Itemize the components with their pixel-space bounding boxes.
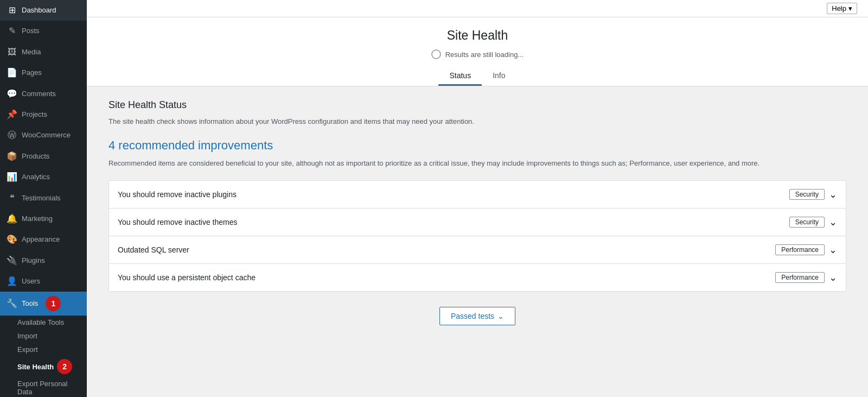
health-item-label-outdated-sql: Outdated SQL server — [118, 245, 189, 254]
loading-row: Results are still loading... — [87, 49, 868, 59]
health-item-chevron-outdated-sql[interactable]: ⌄ — [829, 244, 837, 256]
submenu-item-export[interactable]: Export — [0, 343, 87, 356]
health-item-tag-outdated-sql: Performance — [775, 244, 825, 255]
woocommerce-icon: Ⓦ — [7, 129, 17, 141]
plugins-icon: 🔌 — [7, 255, 17, 267]
sidebar-item-media[interactable]: 🖼Media — [0, 42, 87, 62]
sidebar-label-marketing: Marketing — [22, 214, 53, 224]
sidebar-label-plugins: Plugins — [22, 256, 45, 266]
sidebar-label-comments: Comments — [22, 89, 56, 99]
sidebar-item-analytics[interactable]: 📊Analytics — [0, 167, 87, 187]
testimonials-icon: ❝ — [7, 192, 17, 204]
health-item-inactive-themes[interactable]: You should remove inactive themesSecurit… — [109, 209, 846, 236]
passed-tests-label: Passed tests — [451, 312, 494, 320]
health-item-tag-persistent-cache: Performance — [775, 272, 825, 283]
sidebar-item-products[interactable]: 📦Products — [0, 146, 87, 167]
help-button[interactable]: Help ▾ — [827, 3, 857, 14]
products-icon: 📦 — [7, 150, 17, 162]
tools-badge: 1 — [46, 296, 61, 311]
sidebar-label-pages: Pages — [22, 68, 42, 78]
improvements-title: 4 recommended improvements — [108, 138, 846, 153]
health-item-right-persistent-cache: Performance⌄ — [775, 272, 837, 283]
tabs-row: StatusInfo — [87, 67, 868, 86]
sidebar-item-plugins[interactable]: 🔌Plugins — [0, 250, 87, 271]
health-item-chevron-inactive-themes[interactable]: ⌄ — [829, 216, 837, 228]
improvements-subtitle: Recommended items are considered benefic… — [108, 158, 846, 169]
page-title: Site Health — [87, 28, 868, 43]
health-item-chevron-persistent-cache[interactable]: ⌄ — [829, 272, 837, 283]
pages-icon: 📄 — [7, 67, 17, 79]
health-item-right-outdated-sql: Performance⌄ — [775, 244, 837, 256]
sidebar-item-woocommerce[interactable]: ⓌWooCommerce — [0, 125, 87, 146]
sidebar-item-posts[interactable]: ✎Posts — [0, 21, 87, 41]
health-items-container: You should remove inactive pluginsSecuri… — [108, 180, 846, 292]
sidebar-label-media: Media — [22, 47, 41, 57]
passed-tests-row: Passed tests ⌄ — [108, 307, 846, 325]
projects-icon: 📌 — [7, 109, 17, 121]
improvements-prefix: 4 recommended — [108, 138, 198, 152]
sidebar-label-posts: Posts — [22, 26, 40, 36]
health-item-tag-inactive-themes: Security — [789, 217, 825, 228]
content-area: Site Health Status The site health check… — [98, 86, 857, 354]
sidebar-item-tools[interactable]: 🔧Tools1 — [0, 292, 87, 316]
improvements-suffix: mprovements — [201, 138, 273, 152]
appearance-icon: 🎨 — [7, 234, 17, 245]
health-item-label-persistent-cache: You should use a persistent object cache — [118, 273, 256, 282]
marketing-icon: 🔔 — [7, 213, 17, 225]
health-item-label-inactive-plugins: You should remove inactive plugins — [118, 190, 237, 199]
sidebar-label-dashboard: Dashboard — [22, 5, 56, 15]
health-item-chevron-inactive-plugins[interactable]: ⌄ — [829, 188, 837, 200]
section-desc: The site health check shows information … — [108, 116, 846, 128]
sidebar-item-testimonials[interactable]: ❝Testimonials — [0, 188, 87, 209]
sidebar: ⊞Dashboard✎Posts🖼Media📄Pages💬Comments📌Pr… — [0, 0, 87, 397]
tab-status[interactable]: Status — [438, 67, 482, 86]
analytics-icon: 📊 — [7, 171, 17, 183]
sidebar-label-projects: Projects — [22, 110, 47, 119]
sidebar-label-products: Products — [22, 152, 49, 161]
sidebar-label-analytics: Analytics — [22, 172, 50, 182]
health-item-outdated-sql[interactable]: Outdated SQL serverPerformance⌄ — [109, 236, 846, 264]
loading-text: Results are still loading... — [445, 51, 524, 59]
help-chevron: ▾ — [848, 4, 852, 12]
submenu-item-site-health[interactable]: Site Health2 — [0, 356, 87, 377]
sidebar-item-comments[interactable]: 💬Comments — [0, 84, 87, 104]
sidebar-label-tools: Tools — [22, 299, 38, 308]
passed-tests-button[interactable]: Passed tests ⌄ — [439, 307, 515, 325]
sidebar-label-woocommerce: WooCommerce — [22, 130, 71, 140]
comments-icon: 💬 — [7, 88, 17, 100]
section-title: Site Health Status — [108, 99, 846, 111]
site-health-badge: 2 — [57, 359, 72, 374]
tools-submenu: Available ToolsImportExportSite Health2E… — [0, 316, 87, 397]
passed-tests-chevron: ⌄ — [497, 312, 504, 320]
sidebar-label-testimonials: Testimonials — [22, 193, 61, 203]
sidebar-item-marketing[interactable]: 🔔Marketing — [0, 209, 87, 229]
dashboard-icon: ⊞ — [7, 4, 17, 16]
health-item-label-inactive-themes: You should remove inactive themes — [118, 218, 238, 226]
loading-circle — [431, 49, 441, 59]
topbar: Help ▾ — [87, 0, 868, 17]
sidebar-item-projects[interactable]: 📌Projects — [0, 104, 87, 125]
submenu-item-export-personal-data[interactable]: Export Personal Data — [0, 377, 87, 397]
posts-icon: ✎ — [7, 25, 17, 37]
submenu-item-available-tools[interactable]: Available Tools — [0, 316, 87, 329]
users-icon: 👤 — [7, 275, 17, 287]
sidebar-item-dashboard[interactable]: ⊞Dashboard — [0, 0, 87, 21]
health-item-right-inactive-plugins: Security⌄ — [789, 188, 837, 200]
health-item-right-inactive-themes: Security⌄ — [789, 216, 837, 228]
sidebar-nav: ⊞Dashboard✎Posts🖼Media📄Pages💬Comments📌Pr… — [0, 0, 87, 397]
sidebar-item-appearance[interactable]: 🎨Appearance — [0, 229, 87, 250]
health-item-persistent-cache[interactable]: You should use a persistent object cache… — [109, 264, 846, 291]
health-item-inactive-plugins[interactable]: You should remove inactive pluginsSecuri… — [109, 181, 846, 209]
help-label: Help — [832, 4, 846, 12]
tab-info[interactable]: Info — [482, 67, 516, 86]
submenu-item-import[interactable]: Import — [0, 329, 87, 343]
media-icon: 🖼 — [7, 46, 17, 58]
main-content: Help ▾ Site Health Results are still loa… — [87, 0, 868, 397]
page-header: Site Health Results are still loading...… — [87, 17, 868, 86]
sidebar-item-pages[interactable]: 📄Pages — [0, 62, 87, 83]
sidebar-item-users[interactable]: 👤Users — [0, 271, 87, 292]
tools-icon: 🔧 — [7, 298, 17, 310]
sidebar-label-appearance: Appearance — [22, 235, 60, 244]
sidebar-label-users: Users — [22, 276, 40, 286]
health-item-tag-inactive-plugins: Security — [789, 189, 825, 200]
